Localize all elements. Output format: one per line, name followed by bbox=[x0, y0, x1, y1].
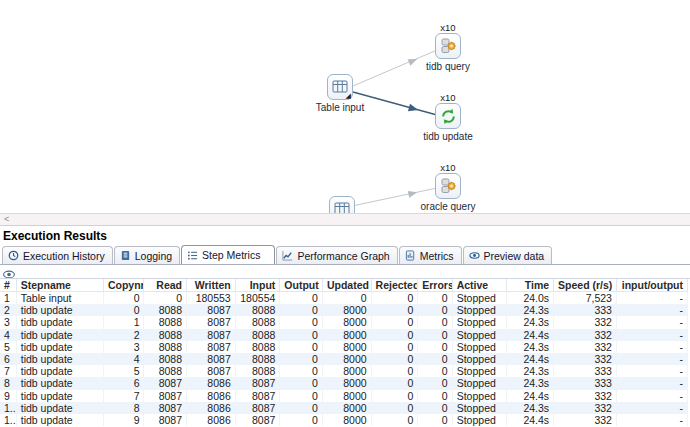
table-row[interactable]: 3tidb update18088808780880800000Stopped2… bbox=[0, 316, 688, 328]
tab-metrics[interactable]: Metrics bbox=[399, 246, 462, 264]
tab-preview-data[interactable]: Preview data bbox=[463, 246, 553, 264]
table-cell: 8087 bbox=[235, 377, 280, 389]
db-update-icon[interactable] bbox=[435, 103, 461, 129]
tab-label: Preview data bbox=[484, 250, 545, 262]
table-cell: 0 bbox=[103, 292, 144, 305]
table-cell: 8088 bbox=[235, 329, 280, 341]
column-header[interactable]: Read bbox=[144, 279, 187, 292]
table-cell: Stopped bbox=[452, 390, 507, 402]
table-input-icon[interactable]: ◢ bbox=[327, 74, 353, 100]
table-cell: 332 bbox=[554, 341, 617, 353]
tab-logging[interactable]: Logging bbox=[114, 246, 180, 264]
table-cell: - bbox=[616, 353, 687, 365]
step-node-table-input-2[interactable]: ◢ bbox=[314, 196, 370, 213]
column-header[interactable]: Output bbox=[280, 279, 323, 292]
table-cell: 1 bbox=[0, 292, 16, 305]
column-header[interactable]: Errors bbox=[418, 279, 452, 292]
step-corner-arrow-icon: ◢ bbox=[346, 93, 351, 99]
table-row[interactable]: 1..tidb update88087808680870800000Stoppe… bbox=[0, 402, 688, 414]
table-cell: 0 bbox=[418, 329, 452, 341]
column-header[interactable]: Input bbox=[235, 279, 280, 292]
table-row[interactable]: 1Table input001805531805540000Stopped24.… bbox=[0, 292, 688, 305]
table-cell: 2 bbox=[103, 329, 144, 341]
db-query-icon[interactable] bbox=[435, 33, 461, 59]
table-cell: 8000 bbox=[322, 390, 371, 402]
column-header[interactable]: Rejected bbox=[371, 279, 418, 292]
table-cell: 5 bbox=[103, 365, 144, 377]
tab-step-metrics[interactable]: Step Metrics bbox=[181, 245, 275, 264]
table-cell: 4 bbox=[103, 353, 144, 365]
table-cell: Stopped bbox=[452, 292, 507, 305]
table-cell: 8088 bbox=[235, 304, 280, 316]
table-cell: 0 bbox=[418, 304, 452, 316]
column-header[interactable]: input/output bbox=[616, 279, 687, 292]
column-header[interactable]: Active bbox=[452, 279, 507, 292]
table-cell: 8086 bbox=[187, 377, 236, 389]
table-cell: 333 bbox=[554, 377, 617, 389]
table-cell: 332 bbox=[554, 329, 617, 341]
table-cell: 1.. bbox=[0, 402, 16, 414]
step-label: Table input bbox=[312, 102, 368, 113]
table-cell: 8087 bbox=[187, 304, 236, 316]
tab-execution-history[interactable]: Execution History bbox=[2, 246, 113, 264]
column-header[interactable]: Stepname bbox=[16, 279, 103, 292]
column-header[interactable]: Written bbox=[187, 279, 236, 292]
db-query-icon[interactable] bbox=[435, 173, 461, 199]
table-row[interactable]: 7tidb update58088808780880800000Stopped2… bbox=[0, 365, 688, 377]
step-node-tidb-update[interactable]: x10 tidb update bbox=[420, 92, 476, 142]
table-cell: 8087 bbox=[187, 353, 236, 365]
table-cell: Stopped bbox=[452, 341, 507, 353]
table-cell: 0 bbox=[280, 365, 323, 377]
table-cell: 7 bbox=[103, 390, 144, 402]
step-node-table-input[interactable]: ◢ Table input bbox=[312, 74, 368, 113]
step-node-oracle-query[interactable]: x10 oracle query bbox=[420, 162, 476, 212]
table-cell: 8087 bbox=[187, 329, 236, 341]
table-cell: 7 bbox=[0, 365, 16, 377]
table-cell: 24.3s bbox=[507, 377, 554, 389]
list-icon bbox=[187, 250, 198, 261]
table-row[interactable]: 4tidb update28088808780880800000Stopped2… bbox=[0, 329, 688, 341]
column-header[interactable]: Speed (r/s) bbox=[554, 279, 617, 292]
table-cell: 0 bbox=[280, 304, 323, 316]
table-cell: - bbox=[616, 402, 687, 414]
table-cell: 0 bbox=[418, 292, 452, 305]
table-row[interactable]: 5tidb update38088808780880800000Stopped2… bbox=[0, 341, 688, 353]
table-cell: tidb update bbox=[16, 316, 103, 328]
table-cell: 8000 bbox=[322, 365, 371, 377]
table-cell: 332 bbox=[554, 402, 617, 414]
table-header-row: #StepnameCopynrReadWrittenInputOutputUpd… bbox=[0, 279, 688, 292]
metrics-doc-icon bbox=[405, 250, 416, 261]
table-cell: tidb update bbox=[16, 414, 103, 426]
column-header[interactable]: Copynr bbox=[103, 279, 144, 292]
table-cell: 332 bbox=[554, 353, 617, 365]
table-cell: tidb update bbox=[16, 304, 103, 316]
tab-label: Performance Graph bbox=[297, 250, 389, 262]
transformation-canvas[interactable]: x10 tidb query x10 bbox=[0, 0, 690, 213]
table-cell: Table input bbox=[16, 292, 103, 305]
table-cell: 333 bbox=[554, 304, 617, 316]
column-header[interactable]: # bbox=[0, 279, 16, 292]
table-cell: 8087 bbox=[187, 365, 236, 377]
table-row[interactable]: 9tidb update78087808680870800000Stopped2… bbox=[0, 390, 688, 402]
table-cell: Stopped bbox=[452, 304, 507, 316]
step-label: tidb update bbox=[420, 131, 476, 142]
canvas-horizontal-scrollbar[interactable]: < bbox=[0, 213, 690, 226]
table-cell: 7,523 bbox=[554, 292, 617, 305]
table-row[interactable]: 1..tidb update98087808680870800000Stoppe… bbox=[0, 414, 688, 426]
step-metrics-toolbar bbox=[0, 265, 690, 278]
table-cell: Stopped bbox=[452, 316, 507, 328]
table-row[interactable]: 8tidb update68087808680870800000Stopped2… bbox=[0, 377, 688, 389]
table-input-icon[interactable]: ◢ bbox=[329, 196, 355, 213]
table-row[interactable]: 6tidb update48088808780880800000Stopped2… bbox=[0, 353, 688, 365]
table-cell: 8000 bbox=[322, 304, 371, 316]
column-header[interactable]: Updated bbox=[322, 279, 371, 292]
scroll-left-arrow-icon[interactable]: < bbox=[4, 214, 9, 224]
table-cell: 0 bbox=[371, 316, 418, 328]
column-header[interactable]: Time bbox=[507, 279, 554, 292]
table-cell: - bbox=[616, 390, 687, 402]
table-cell: 24.4s bbox=[507, 353, 554, 365]
tab-performance-graph[interactable]: Performance Graph bbox=[276, 246, 397, 264]
table-cell: 0 bbox=[371, 402, 418, 414]
table-row[interactable]: 2tidb update08088808780880800000Stopped2… bbox=[0, 304, 688, 316]
step-node-tidb-query[interactable]: x10 tidb query bbox=[420, 22, 476, 72]
